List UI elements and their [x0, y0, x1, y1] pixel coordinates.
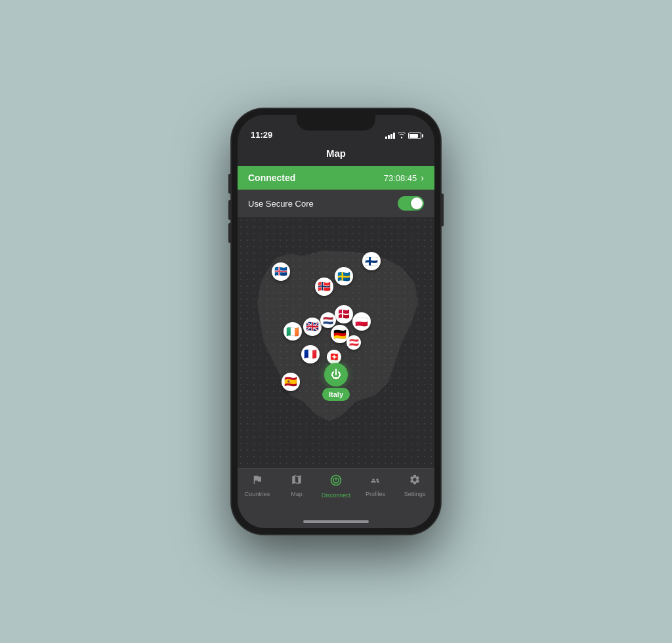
connection-right: 73:08:45 ›: [384, 173, 424, 183]
pin-austria[interactable]: 🇦🇹: [346, 335, 361, 350]
tab-map-label: Map: [291, 491, 303, 497]
map-icon: [291, 474, 303, 489]
signal-icon: [385, 133, 395, 139]
status-icons: [385, 132, 421, 140]
flag-spain: 🇪🇸: [282, 373, 300, 391]
wifi-icon: [398, 132, 406, 140]
tab-disconnect[interactable]: Disconnect: [316, 474, 356, 499]
connection-bar[interactable]: Connected 73:08:45 ›: [238, 166, 434, 190]
profiles-icon: [369, 474, 381, 489]
pin-spain[interactable]: 🇪🇸: [282, 373, 300, 391]
tab-bar: Countries Map: [238, 468, 434, 515]
flag-finland: 🇫🇮: [362, 252, 381, 270]
pin-poland[interactable]: 🇵🇱: [352, 312, 371, 331]
home-indicator: [238, 515, 434, 528]
flag-denmark: 🇩🇰: [335, 305, 353, 323]
pin-ireland[interactable]: 🇮🇪: [284, 322, 302, 341]
notch: [297, 115, 375, 131]
toggle-knob: [411, 197, 423, 209]
disconnect-icon: [329, 474, 343, 490]
flag-poland: 🇵🇱: [352, 312, 371, 331]
secure-core-label: Use Secure Core: [248, 199, 314, 209]
phone-device: 11:29: [231, 108, 441, 535]
secure-core-bar: Use Secure Core: [238, 190, 434, 217]
battery-icon: [408, 133, 421, 139]
pin-france[interactable]: 🇫🇷: [301, 345, 320, 363]
pin-iceland[interactable]: 🇮🇸: [272, 262, 290, 281]
home-bar: [303, 520, 369, 523]
tab-countries-label: Countries: [245, 491, 270, 497]
phone-screen: 11:29: [238, 115, 434, 528]
pin-finland[interactable]: 🇫🇮: [362, 252, 381, 270]
pin-norway[interactable]: 🇳🇴: [315, 278, 333, 296]
page-title: Map: [326, 148, 346, 159]
status-time: 11:29: [251, 130, 272, 140]
italy-label: Italy: [322, 388, 350, 401]
tab-map[interactable]: Map: [277, 474, 316, 497]
tab-disconnect-label: Disconnect: [322, 492, 351, 499]
connection-timer: 73:08:45: [384, 173, 417, 183]
settings-icon: [409, 474, 421, 489]
pin-uk[interactable]: 🇬🇧: [303, 318, 322, 336]
secure-core-toggle[interactable]: [398, 196, 424, 211]
flag-norway: 🇳🇴: [315, 278, 333, 296]
connection-status: Connected: [248, 173, 295, 183]
flag-austria: 🇦🇹: [346, 335, 361, 350]
flag-uk: 🇬🇧: [303, 318, 322, 336]
map-area: 🇮🇸 🇳🇴 🇸🇪 🇫🇮 🇩🇰 🇮🇪: [238, 217, 434, 468]
tab-profiles-label: Profiles: [366, 491, 385, 497]
tab-profiles[interactable]: Profiles: [356, 474, 395, 497]
tab-settings-label: Settings: [404, 491, 426, 497]
power-icon: ⏻: [331, 369, 341, 381]
power-button[interactable]: ⏻: [324, 363, 348, 386]
chevron-right-icon: ›: [421, 173, 424, 183]
pin-sweden[interactable]: 🇸🇪: [335, 267, 353, 285]
nav-header: Map: [238, 144, 434, 166]
pin-denmark[interactable]: 🇩🇰: [335, 305, 353, 323]
flag-france: 🇫🇷: [301, 345, 320, 363]
flag-sweden: 🇸🇪: [335, 267, 353, 285]
flag-ireland: 🇮🇪: [284, 322, 302, 341]
countries-icon: [251, 474, 263, 489]
flag-iceland: 🇮🇸: [272, 262, 290, 281]
tab-settings[interactable]: Settings: [395, 474, 434, 497]
tab-countries[interactable]: Countries: [238, 474, 277, 497]
